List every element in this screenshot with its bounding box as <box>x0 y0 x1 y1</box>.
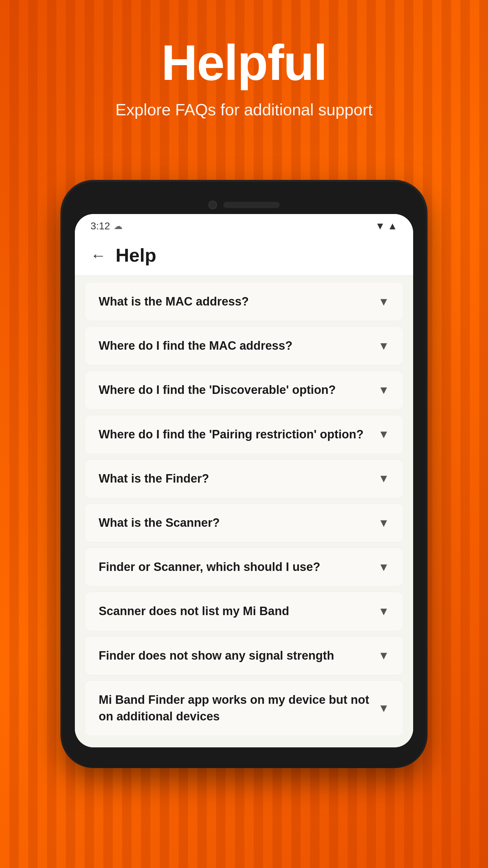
faq-question-pairing-restriction: Where do I find the 'Pairing restriction… <box>99 426 378 443</box>
phone-screen: 3:12 ☁ ▼ ▲ ← Help What is the MAC addres… <box>75 214 413 747</box>
faq-arrow-what-is-scanner: ▼ <box>378 517 389 530</box>
faq-item-what-is-scanner[interactable]: What is the Scanner? ▼ <box>84 503 404 542</box>
phone-speaker <box>223 202 280 208</box>
faq-item-mac-address[interactable]: What is the MAC address? ▼ <box>84 282 404 321</box>
phone-container: 3:12 ☁ ▼ ▲ ← Help What is the MAC addres… <box>62 182 426 766</box>
phone-notch-area <box>75 200 413 209</box>
faq-item-finder-or-scanner[interactable]: Finder or Scanner, which should I use? ▼ <box>84 548 404 587</box>
faq-item-pairing-restriction[interactable]: Where do I find the 'Pairing restriction… <box>84 415 404 454</box>
faq-arrow-what-is-finder: ▼ <box>378 472 389 485</box>
faq-arrow-mac-address: ▼ <box>378 295 389 308</box>
faq-arrow-app-other-devices: ▼ <box>378 702 389 715</box>
faq-item-what-is-finder[interactable]: What is the Finder? ▼ <box>84 459 404 498</box>
status-time: 3:12 <box>91 220 110 232</box>
faq-item-finder-no-signal[interactable]: Finder does not show any signal strength… <box>84 636 404 675</box>
faq-question-what-is-finder: What is the Finder? <box>99 470 378 487</box>
cloud-icon: ☁ <box>114 221 123 231</box>
faq-list: What is the MAC address? ▼ Where do I fi… <box>75 276 413 747</box>
back-button[interactable]: ← <box>91 246 106 265</box>
faq-question-mac-address: What is the MAC address? <box>99 293 378 310</box>
app-header: ← Help <box>75 235 413 276</box>
faq-arrow-scanner-no-mi-band: ▼ <box>378 605 389 618</box>
phone-frame: 3:12 ☁ ▼ ▲ ← Help What is the MAC addres… <box>62 182 426 766</box>
faq-arrow-pairing-restriction: ▼ <box>378 428 389 441</box>
faq-item-find-mac-address[interactable]: Where do I find the MAC address? ▼ <box>84 326 404 365</box>
status-left: 3:12 ☁ <box>91 220 123 232</box>
faq-question-what-is-scanner: What is the Scanner? <box>99 515 378 531</box>
status-right: ▼ ▲ <box>375 220 397 232</box>
faq-question-find-mac-address: Where do I find the MAC address? <box>99 338 378 354</box>
faq-arrow-finder-or-scanner: ▼ <box>378 561 389 574</box>
status-bar: 3:12 ☁ ▼ ▲ <box>75 214 413 235</box>
hero-title: Helpful <box>0 38 488 88</box>
faq-arrow-finder-no-signal: ▼ <box>378 649 389 662</box>
faq-question-discoverable: Where do I find the 'Discoverable' optio… <box>99 382 378 398</box>
faq-item-discoverable[interactable]: Where do I find the 'Discoverable' optio… <box>84 370 404 409</box>
wifi-icon: ▼ <box>375 220 385 232</box>
faq-arrow-find-mac-address: ▼ <box>378 339 389 352</box>
faq-question-finder-or-scanner: Finder or Scanner, which should I use? <box>99 559 378 575</box>
faq-question-scanner-no-mi-band: Scanner does not list my Mi Band <box>99 603 378 620</box>
faq-item-app-other-devices[interactable]: Mi Band Finder app works on my device bu… <box>84 680 404 736</box>
page-title: Help <box>116 244 156 266</box>
hero-subtitle: Explore FAQs for additional support <box>0 100 488 119</box>
faq-question-app-other-devices: Mi Band Finder app works on my device bu… <box>99 691 378 725</box>
faq-arrow-discoverable: ▼ <box>378 383 389 397</box>
hero-section: Helpful Explore FAQs for additional supp… <box>0 0 488 119</box>
phone-camera <box>208 200 217 209</box>
signal-icon: ▲ <box>387 220 397 232</box>
faq-question-finder-no-signal: Finder does not show any signal strength <box>99 647 378 664</box>
faq-item-scanner-no-mi-band[interactable]: Scanner does not list my Mi Band ▼ <box>84 592 404 631</box>
